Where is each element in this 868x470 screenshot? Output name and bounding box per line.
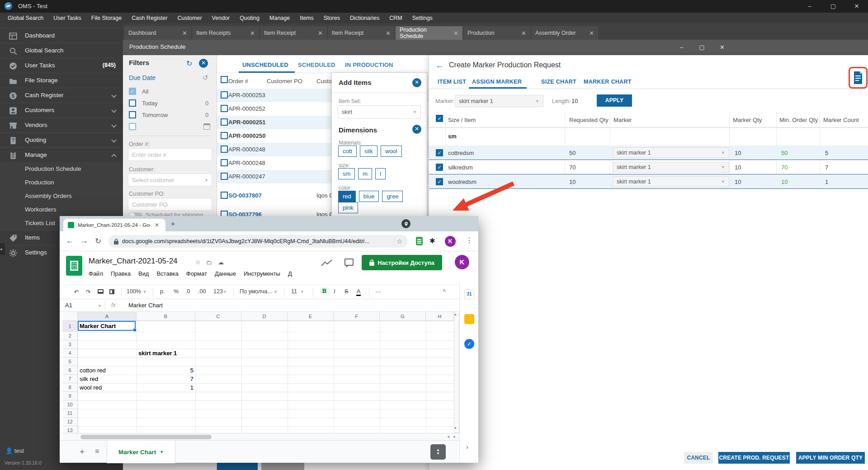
- column-header-F[interactable]: F: [334, 312, 380, 321]
- increase-decimal-button[interactable]: .00: [198, 288, 206, 295]
- customer-po-input[interactable]: [128, 198, 212, 211]
- sidebar-item-customers[interactable]: Customers: [0, 103, 123, 118]
- scroll-right-icon[interactable]: ▸: [453, 434, 456, 439]
- sidebar-item-manage[interactable]: Manage: [0, 147, 123, 162]
- extension-icon[interactable]: ✱: [429, 237, 435, 245]
- row-header-4[interactable]: 4: [62, 349, 78, 357]
- add-items-close-icon[interactable]: ✕: [412, 78, 421, 87]
- marker-select[interactable]: skirt marker 1 ▼: [455, 95, 543, 107]
- calendar-icon[interactable]: [203, 123, 210, 130]
- menubar-item-cash-register[interactable]: Cash Register: [127, 13, 172, 24]
- marker-item-row[interactable]: ✓woolredsm10skirt marker 1▼10101: [429, 174, 868, 189]
- mdi-minimize-button[interactable]: –: [671, 40, 692, 55]
- row-header-1[interactable]: 1: [62, 321, 78, 332]
- menubar-item-user-tasks[interactable]: User Tasks: [48, 13, 86, 24]
- size-chip-m[interactable]: m: [358, 168, 372, 179]
- sheets-menu-файл[interactable]: Файл: [89, 270, 103, 277]
- window-minimize-button[interactable]: –: [798, 0, 821, 13]
- comment-icon[interactable]: [344, 258, 354, 266]
- cell-B7[interactable]: 7: [137, 375, 195, 383]
- apply-min-order-qty-button[interactable]: APPLY MIN ORDER QTY: [796, 452, 865, 464]
- back-icon[interactable]: ←: [66, 236, 74, 245]
- address-bar[interactable]: docs.google.com/spreadsheets/d/1tZV0AsJb…: [108, 235, 408, 248]
- tasks-icon[interactable]: ✓: [464, 339, 474, 349]
- tab-close-icon[interactable]: ✕: [589, 30, 594, 37]
- vertical-scrollbar[interactable]: [454, 312, 459, 433]
- due-date-filter-label[interactable]: Due Date: [129, 74, 156, 81]
- select-all-items-checkbox[interactable]: ✓: [436, 115, 443, 122]
- menubar-item-settings[interactable]: Settings: [407, 13, 438, 24]
- sidebar-item-workorders[interactable]: Workorders: [0, 203, 123, 216]
- row-marker-select[interactable]: skirt marker 1▼: [613, 147, 729, 158]
- row-header-3[interactable]: 3: [62, 340, 78, 349]
- currency-format-button[interactable]: р.: [160, 288, 165, 295]
- create-prod-request-button[interactable]: CREATE PROD. REQUEST: [718, 452, 790, 464]
- row-header-9[interactable]: 9: [62, 392, 78, 400]
- scroll-jump-button[interactable]: ▲▼: [430, 444, 446, 460]
- sheets-menu-вид[interactable]: Вид: [138, 270, 149, 277]
- menubar-item-vendor[interactable]: Vendor: [207, 13, 235, 24]
- orders-tab-in-production[interactable]: IN PRODUCTION: [345, 61, 393, 68]
- name-box[interactable]: A1: [65, 302, 72, 309]
- color-chip-red[interactable]: red: [338, 191, 356, 202]
- sheets-menu-д[interactable]: Д: [288, 270, 292, 277]
- panel-tab-marker-chart[interactable]: MARKER CHART: [584, 79, 632, 85]
- row-header-13[interactable]: 13: [62, 426, 78, 433]
- tab-close-icon[interactable]: ✕: [386, 30, 391, 37]
- sidebar-item-quoting[interactable]: ?Quoting: [0, 132, 123, 147]
- sidebar-item-production-schedule[interactable]: Production Schedule: [0, 162, 123, 176]
- sheets-menu-вставка[interactable]: Вставка: [156, 270, 178, 277]
- paint-format-icon[interactable]: [109, 289, 114, 294]
- row-header-11[interactable]: 11: [62, 409, 78, 418]
- sidebar-item-vendors[interactable]: Vendors: [0, 118, 123, 132]
- bookmark-star-icon[interactable]: ☆: [396, 238, 402, 245]
- dimensions-close-icon[interactable]: ✕: [412, 125, 421, 134]
- undo-icon[interactable]: ↶: [74, 288, 79, 295]
- document-tab-production[interactable]: Production✕: [463, 26, 530, 40]
- percent-format-button[interactable]: %: [174, 288, 179, 295]
- sidebar-item-cash-register[interactable]: $Cash Register: [0, 88, 123, 103]
- due-date-checkbox-today[interactable]: [129, 99, 136, 107]
- color-chip-blue[interactable]: blue: [359, 191, 379, 202]
- share-button[interactable]: Настройки Доступа: [362, 255, 442, 270]
- size-chip-l[interactable]: l: [375, 168, 386, 179]
- add-sheet-icon[interactable]: +: [80, 447, 85, 457]
- marker-item-row[interactable]: ✓silkredsm70skirt marker 1▼10707: [429, 160, 868, 174]
- scroll-left-icon[interactable]: ◂: [447, 434, 449, 439]
- sidebar-user[interactable]: 👤 test: [5, 447, 24, 454]
- document-tab-item-receipt[interactable]: Item Receipt✕: [260, 26, 327, 40]
- all-sheets-icon[interactable]: ≡: [95, 447, 99, 456]
- browser-menu-icon[interactable]: ⋮: [466, 236, 473, 244]
- order-row-checkbox[interactable]: [221, 146, 228, 153]
- sidebar-item-global-search[interactable]: Global Search: [0, 43, 123, 58]
- order-row-checkbox[interactable]: [221, 105, 228, 112]
- menubar-item-file-storage[interactable]: File Storage: [86, 13, 127, 24]
- cell-A8[interactable]: wool red: [78, 383, 137, 392]
- item-row-checkbox[interactable]: ✓: [436, 178, 443, 185]
- column-header-H[interactable]: H: [426, 312, 454, 321]
- more-toolbar-button[interactable]: ⋯: [375, 288, 381, 295]
- material-chip-wool[interactable]: wool: [381, 146, 402, 157]
- tab-close-icon[interactable]: ✕: [521, 30, 526, 37]
- sheets-menu-инструменты[interactable]: Инструменты: [244, 270, 280, 277]
- mdi-restore-button[interactable]: ▢: [692, 40, 712, 55]
- formula-input[interactable]: Marker Chart: [128, 302, 163, 309]
- column-header-C[interactable]: C: [195, 312, 241, 321]
- orders-tab-unscheduled[interactable]: UNSCHEDULED: [242, 61, 288, 68]
- row-marker-select[interactable]: skirt marker 1▼: [613, 162, 729, 173]
- menubar-item-manage[interactable]: Manage: [264, 13, 295, 24]
- size-chip-sm[interactable]: sm: [338, 168, 355, 179]
- order-row-checkbox[interactable]: [221, 159, 228, 166]
- order-row-checkbox[interactable]: [221, 173, 228, 180]
- order-row-checkbox[interactable]: [221, 91, 228, 99]
- bold-button[interactable]: B: [320, 287, 329, 295]
- font-size-select[interactable]: 11 ▼: [291, 288, 304, 295]
- document-tab-item-receipt[interactable]: Item Receipt✕: [328, 26, 395, 40]
- column-header-E[interactable]: E: [288, 312, 334, 321]
- sheets-menu-данные[interactable]: Данные: [215, 270, 236, 277]
- menubar-item-quoting[interactable]: Quoting: [235, 13, 264, 24]
- menubar-item-global-search[interactable]: Global Search: [3, 13, 48, 24]
- select-all-orders-checkbox[interactable]: [221, 76, 228, 83]
- move-folder-icon[interactable]: 🗀: [206, 259, 212, 266]
- row-marker-select[interactable]: skirt marker 1▼: [613, 176, 729, 187]
